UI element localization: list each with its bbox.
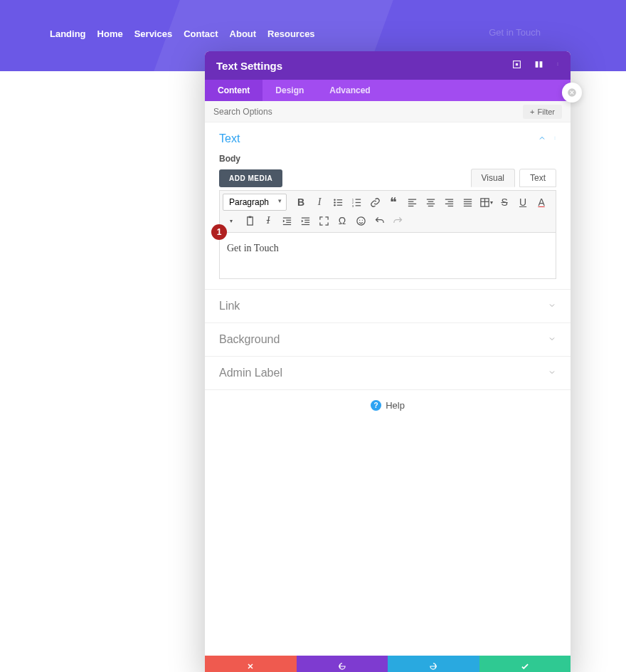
- svg-rect-25: [408, 203, 415, 204]
- section-link-title: Link: [219, 300, 240, 313]
- svg-point-53: [359, 219, 360, 220]
- chevron-down-icon: [548, 333, 556, 346]
- omega-icon[interactable]: Ω: [334, 212, 351, 229]
- svg-point-52: [356, 216, 364, 224]
- nav-services[interactable]: Services: [134, 28, 173, 39]
- save-button[interactable]: [479, 656, 571, 672]
- align-justify-icon[interactable]: [459, 194, 476, 211]
- clear-format-icon[interactable]: I: [260, 212, 277, 229]
- tab-advanced[interactable]: Advanced: [317, 80, 383, 101]
- menu-icon[interactable]: [556, 59, 559, 72]
- fullscreen-icon[interactable]: [315, 212, 332, 229]
- svg-rect-50: [304, 221, 309, 222]
- link-icon[interactable]: [366, 194, 383, 211]
- svg-rect-16: [336, 204, 342, 205]
- ghost-cta: Get in Touch: [489, 27, 541, 38]
- editor-body[interactable]: 1 Get in Touch: [219, 232, 556, 279]
- nav-resources[interactable]: Resources: [267, 28, 314, 39]
- section-text-title: Text: [219, 132, 240, 145]
- nav-about[interactable]: About: [230, 28, 257, 39]
- svg-rect-43: [248, 216, 251, 218]
- svg-rect-46: [286, 221, 291, 222]
- quote-icon[interactable]: ❝: [385, 194, 402, 211]
- section-text: Text Body ADD MEDIA Visual Text Paragrap…: [205, 122, 571, 290]
- paste-icon[interactable]: [241, 212, 258, 229]
- svg-rect-51: [301, 224, 309, 224]
- svg-point-13: [334, 201, 336, 204]
- cancel-button[interactable]: [205, 656, 297, 672]
- section-admin-label[interactable]: Admin Label: [205, 357, 571, 390]
- italic-icon[interactable]: I: [311, 194, 328, 211]
- modal-header: Text Settings: [205, 51, 571, 80]
- indent-icon[interactable]: [297, 212, 314, 229]
- bold-icon[interactable]: B: [292, 194, 309, 211]
- svg-rect-47: [282, 224, 290, 224]
- svg-rect-12: [336, 199, 342, 200]
- outdent-icon[interactable]: [278, 212, 295, 229]
- align-center-icon[interactable]: [422, 194, 439, 211]
- section-background[interactable]: Background: [205, 323, 571, 357]
- svg-rect-49: [304, 219, 309, 220]
- svg-rect-2: [516, 63, 518, 65]
- nav-landing[interactable]: Landing: [50, 28, 86, 39]
- plus-icon: +: [530, 107, 534, 116]
- svg-point-9: [555, 138, 556, 139]
- help-row[interactable]: ? Help: [205, 390, 571, 421]
- svg-rect-24: [408, 201, 413, 201]
- top-nav: Landing Home Services Contact About Reso…: [50, 28, 315, 39]
- close-icon[interactable]: [562, 83, 582, 103]
- svg-point-11: [334, 199, 336, 201]
- settings-modal: Text Settings Content Design Advanced +F…: [205, 51, 571, 672]
- svg-rect-14: [336, 201, 342, 202]
- nav-home[interactable]: Home: [97, 28, 123, 39]
- strike-icon[interactable]: S: [496, 194, 513, 211]
- undo-icon[interactable]: [371, 212, 388, 229]
- columns-icon[interactable]: [534, 59, 543, 72]
- chevron-up-icon: [538, 132, 546, 145]
- align-left-icon[interactable]: [403, 194, 420, 211]
- section-admin-title: Admin Label: [219, 367, 282, 379]
- bullet-list-icon[interactable]: [329, 194, 346, 211]
- svg-point-5: [558, 63, 558, 63]
- svg-point-10: [555, 139, 556, 140]
- section-background-title: Background: [219, 333, 280, 346]
- section-link[interactable]: Link: [205, 290, 571, 323]
- svg-rect-32: [447, 201, 453, 201]
- svg-rect-30: [428, 205, 433, 206]
- number-list-icon[interactable]: 123: [348, 194, 365, 211]
- section-text-header[interactable]: Text: [219, 132, 556, 145]
- table-icon[interactable]: ▾: [477, 194, 494, 211]
- filter-button[interactable]: +Filter: [523, 105, 562, 119]
- expand-icon[interactable]: [512, 59, 521, 72]
- svg-rect-33: [445, 203, 452, 204]
- redo-icon[interactable]: [389, 212, 406, 229]
- add-media-button[interactable]: ADD MEDIA: [219, 169, 282, 187]
- textcolor-icon[interactable]: A: [533, 194, 550, 211]
- svg-rect-31: [445, 199, 452, 199]
- svg-point-54: [361, 219, 362, 220]
- svg-rect-20: [355, 201, 361, 202]
- align-right-icon[interactable]: [440, 194, 457, 211]
- editor-tab-text[interactable]: Text: [519, 169, 556, 187]
- section-menu-icon[interactable]: [553, 132, 556, 145]
- settings-tabs: Content Design Advanced: [205, 80, 571, 101]
- editor-tab-visual[interactable]: Visual: [471, 169, 515, 187]
- svg-rect-27: [426, 199, 434, 199]
- svg-rect-37: [463, 203, 471, 204]
- svg-rect-3: [536, 61, 539, 68]
- tab-content[interactable]: Content: [205, 80, 262, 101]
- svg-rect-48: [301, 217, 309, 218]
- search-input[interactable]: [213, 107, 388, 117]
- nav-contact[interactable]: Contact: [184, 28, 218, 39]
- undo-button[interactable]: [297, 656, 388, 672]
- step-badge: 1: [211, 224, 227, 240]
- underline-icon[interactable]: U: [514, 194, 531, 211]
- paragraph-select[interactable]: Paragraph: [223, 194, 287, 211]
- redo-button[interactable]: [388, 656, 479, 672]
- help-icon: ?: [371, 400, 381, 411]
- svg-text:3: 3: [351, 204, 354, 207]
- tab-design[interactable]: Design: [262, 80, 317, 101]
- body-label: Body: [219, 154, 556, 164]
- emoji-icon[interactable]: [352, 212, 369, 229]
- svg-rect-42: [247, 216, 253, 224]
